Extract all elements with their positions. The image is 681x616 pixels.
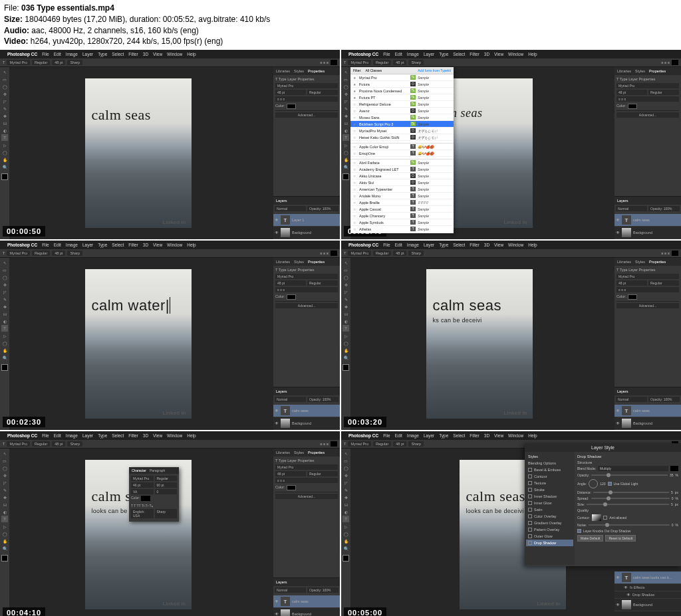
tool-9[interactable]: T — [1, 134, 8, 141]
advanced-btn[interactable]: Advanced... — [616, 112, 679, 118]
star-icon[interactable]: ☆ — [353, 129, 357, 133]
star-icon[interactable]: ☆ — [353, 174, 357, 178]
document[interactable]: calm water|Linked in — [85, 269, 192, 419]
tool-3[interactable]: ✥ — [342, 90, 349, 97]
star-icon[interactable]: ☆ — [353, 102, 357, 106]
style-checkbox[interactable] — [528, 521, 532, 525]
font-option[interactable]: ☆Academy Engraved LETTSample — [350, 166, 454, 173]
tab-properties[interactable]: Properties — [308, 451, 325, 455]
tool-10[interactable]: ▷ — [342, 332, 349, 339]
prop-style[interactable]: Regular — [307, 471, 338, 476]
font-option[interactable]: ☆ArialOSample — [350, 233, 454, 233]
menu-select[interactable]: Select — [112, 243, 124, 247]
layer-background[interactable]: 👁Background — [614, 417, 681, 429]
font-option[interactable]: ☆AvenirOSample — [350, 108, 454, 114]
style-item[interactable]: Drop Shadow — [526, 540, 573, 546]
menu-select[interactable]: Select — [112, 52, 124, 56]
star-icon[interactable]: ☆ — [353, 167, 357, 171]
tool-4[interactable]: ◸ — [342, 479, 349, 486]
style-checkbox[interactable] — [528, 474, 532, 478]
prop-style[interactable]: Regular — [307, 280, 338, 286]
tab-properties[interactable]: Properties — [649, 69, 666, 73]
tab-libraries[interactable]: Libraries — [617, 260, 631, 264]
menu-view[interactable]: View — [153, 433, 162, 438]
prop-color[interactable] — [628, 294, 637, 300]
tool-6[interactable]: ✚ — [342, 112, 349, 119]
tab-styles[interactable]: Styles — [294, 69, 304, 73]
menu-file[interactable]: File — [383, 433, 390, 438]
noise-slider[interactable] — [589, 524, 670, 526]
menu-filter[interactable]: Filter — [128, 433, 138, 438]
tool-9[interactable]: T — [1, 516, 8, 522]
tool-4[interactable]: ◸ — [1, 288, 8, 295]
tool-7[interactable]: ⊟ — [1, 501, 8, 508]
star-icon[interactable]: ☆ — [353, 145, 357, 149]
menu-help[interactable]: Help — [187, 243, 196, 247]
layers-tab[interactable]: Layers — [276, 580, 287, 584]
advanced-btn[interactable]: Advanced... — [275, 303, 338, 308]
tool-1[interactable]: ▭ — [342, 457, 349, 464]
menu-filter[interactable]: Filter — [128, 52, 138, 56]
color-swatch[interactable] — [672, 60, 678, 65]
menu-edit[interactable]: Edit — [395, 433, 402, 438]
menu-edit[interactable]: Edit — [395, 52, 402, 56]
tool-13[interactable]: 🔍 — [1, 163, 8, 170]
font-option[interactable]: ☆Apple CasualTSample — [350, 206, 454, 213]
menu-edit[interactable]: Edit — [54, 433, 61, 438]
tool-12[interactable]: ✋ — [342, 538, 349, 544]
font-option[interactable]: ☆Aktiv StdOSample — [350, 179, 454, 186]
tool-11[interactable]: ◯ — [342, 530, 349, 537]
menu-file[interactable]: File — [42, 433, 49, 438]
tool-8[interactable]: ◐ — [342, 508, 349, 515]
blend-mode[interactable]: Normal — [275, 587, 306, 593]
style-item[interactable]: Stroke — [526, 486, 573, 493]
layers-tab[interactable]: Layers — [617, 389, 628, 393]
tool-3[interactable]: ✥ — [1, 281, 8, 288]
style-item[interactable]: Texture — [526, 480, 573, 486]
font-option[interactable]: ☆MyriadPro MysetO文字もじモジ — [350, 128, 454, 134]
menu-3d[interactable]: 3D — [484, 52, 489, 56]
tool-5[interactable]: ✎ — [1, 296, 8, 302]
style-item[interactable]: Bevel & Emboss — [526, 466, 573, 473]
blend-mode[interactable]: Normal — [616, 397, 647, 402]
align-icons[interactable]: ≡ ≡ ≡ — [320, 442, 329, 446]
menu-select[interactable]: Select — [453, 433, 465, 438]
tool-9[interactable]: T — [342, 325, 349, 332]
prop-align[interactable]: ≡ ≡ ≡ — [616, 287, 679, 292]
prop-align[interactable]: ≡ ≡ ≡ — [275, 96, 338, 102]
menu-help[interactable]: Help — [187, 433, 196, 438]
font-family-field[interactable]: Myriad Pro — [348, 60, 371, 65]
menu-edit[interactable]: Edit — [395, 243, 402, 247]
style-item[interactable]: Inner Glow — [526, 500, 573, 506]
font-option[interactable]: ☆Abril FatfaceTkSample — [350, 159, 454, 166]
font-option[interactable]: ☆Apple ChanceryTSample — [350, 213, 454, 219]
star-icon[interactable]: ☆ — [353, 152, 357, 155]
opacity-field[interactable]: Opacity: 100% — [648, 206, 680, 211]
layer-dropshadow[interactable]: 👁 Drop Shadow — [614, 591, 681, 598]
font-option[interactable]: ☆American TypewriterTSample — [350, 186, 454, 193]
menu-file[interactable]: File — [42, 243, 49, 247]
make-default-btn[interactable]: Make Default — [577, 535, 603, 542]
tool-2[interactable]: ◯ — [1, 83, 8, 90]
tab-styles[interactable]: Styles — [294, 451, 304, 455]
tool-0[interactable]: ↖ — [1, 68, 8, 75]
style-checkbox[interactable] — [528, 481, 532, 485]
tool-0[interactable]: ↖ — [342, 259, 349, 266]
menu-select[interactable]: Select — [453, 52, 465, 56]
canvas-area[interactable]: calm seasks can be deceiviLinked in — [350, 258, 614, 430]
menu-type[interactable]: Type — [439, 52, 448, 56]
menu-view[interactable]: View — [153, 52, 162, 56]
tab-libraries[interactable]: Libraries — [617, 69, 631, 73]
add-fonts-link[interactable]: Add fonts from Typekit — [418, 68, 451, 72]
advanced-btn[interactable]: Advanced... — [275, 494, 338, 499]
tool-12[interactable]: ✋ — [1, 347, 8, 354]
layer-text[interactable]: 👁Tcalm seas looks can b... — [614, 571, 681, 583]
tool-10[interactable]: ▷ — [342, 142, 349, 148]
menu-layer[interactable]: Layer — [424, 433, 434, 438]
blend-mode-select[interactable]: Multiply — [598, 466, 668, 471]
font-option[interactable]: ☆Apple BrailleT⠿⠿⠿⠿ — [350, 199, 454, 206]
tool-3[interactable]: ✥ — [1, 472, 8, 478]
app-name[interactable]: Photoshop CC — [7, 433, 37, 438]
menu-3d[interactable]: 3D — [143, 243, 148, 247]
prop-align[interactable]: ≡ ≡ ≡ — [275, 287, 338, 292]
